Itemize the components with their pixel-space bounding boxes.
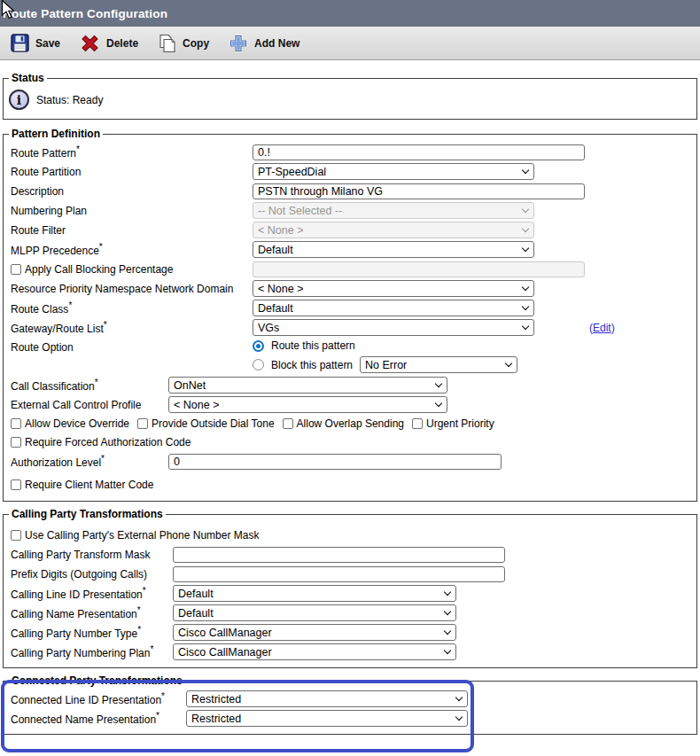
add-new-button[interactable]: Add New [229,34,299,53]
provide-outside-dial-tone-field: Provide Outside Dial Tone [137,417,275,430]
route-pattern-input[interactable] [253,144,585,160]
apply-call-blocking-checkbox[interactable] [11,264,21,275]
route-filter-select: < None > [253,222,534,238]
route-pattern-configuration-page: Route Pattern Configuration Save Delete [0,0,700,756]
add-new-button-label: Add New [254,37,299,50]
route-this-pattern-radio[interactable] [253,340,264,352]
calling-party-number-type-select[interactable]: Cisco CallManager [173,624,456,641]
description-input[interactable] [253,183,585,199]
calling-name-presentation-label: Calling Name Presentation* [11,605,173,620]
connected-name-presentation-select[interactable]: Restricted [186,710,468,727]
authorization-level-input[interactable] [168,454,502,470]
mlpp-precedence-label: MLPP Precedence* [11,242,253,257]
prefix-digits-input[interactable] [173,566,505,582]
status-text: Status: Ready [36,94,103,106]
use-external-mask-label: Use Calling Party's External Phone Numbe… [25,529,259,542]
urgent-priority-checkbox[interactable] [412,418,423,429]
block-this-pattern-option: Block this pattern No Error [253,356,517,373]
description-row: Description [7,182,693,200]
copy-icon [158,34,176,53]
route-option-row: Route Option Route this pattern Block th… [7,338,693,375]
chevron-down-icon [522,225,529,232]
chevron-down-icon [444,647,451,654]
apply-call-blocking-row: Apply Call Blocking Percentage [7,260,693,278]
apply-call-blocking-label: Apply Call Blocking Percentage [25,263,173,276]
provide-outside-dial-tone-checkbox[interactable] [137,418,148,429]
calling-line-id-presentation-select[interactable]: Default [173,585,456,602]
gateway-route-list-label: Gateway/Route List* [11,320,253,335]
gateway-route-list-select[interactable]: VGs [253,319,534,336]
chevron-down-icon [522,323,529,330]
copy-button[interactable]: Copy [158,34,209,53]
connected-line-id-presentation-select[interactable]: Restricted [186,690,468,707]
calling-line-id-presentation-label: Calling Line ID Presentation* [11,586,173,601]
use-external-mask-field: Use Calling Party's External Phone Numbe… [11,529,259,542]
transform-mask-input[interactable] [173,547,505,563]
required-marker: * [76,144,80,154]
chevron-down-icon [444,608,451,615]
block-reason-select[interactable]: No Error [360,356,517,373]
transform-mask-row: Calling Party Transform Mask [7,545,693,564]
resource-priority-label: Resource Priority Namespace Network Doma… [11,283,253,295]
allow-overlap-sending-field: Allow Overlap Sending [283,417,404,430]
status-section: Status i Status: Ready [3,72,697,120]
transform-mask-label: Calling Party Transform Mask [11,549,173,561]
external-call-control-label: External Call Control Profile [11,399,168,411]
call-classification-select[interactable]: OnNet [168,377,447,394]
connected-name-presentation-row: Connected Name Presentation* Restricted [7,709,693,728]
calling-party-numbering-plan-row: Calling Party Numbering Plan* Cisco Call… [7,643,693,661]
calling-party-number-type-label: Calling Party Number Type* [11,625,173,640]
prefix-digits-row: Prefix Digits (Outgoing Calls) [7,565,693,583]
calling-party-section: Calling Party Transformations Use Callin… [3,508,697,668]
resource-priority-select[interactable]: < None > [253,280,534,297]
route-filter-row: Route Filter < None > [7,221,693,239]
require-cmc-label: Require Client Matter Code [25,479,153,491]
allow-device-override-field: Allow Device Override [11,417,129,430]
block-this-pattern-radio[interactable] [253,359,264,370]
chevron-down-icon [522,206,529,213]
allow-device-override-label: Allow Device Override [25,417,129,430]
require-cmc-field: Require Client Matter Code [11,479,153,491]
allow-device-override-checkbox[interactable] [11,418,21,429]
route-class-select[interactable]: Default [253,300,534,316]
connected-line-id-presentation-label: Connected Line ID Presentation* [11,691,186,706]
delete-icon [80,34,100,53]
info-icon: i [9,90,29,110]
route-pattern-row: Route Pattern* [7,143,693,161]
chevron-down-icon [444,627,451,635]
chevron-down-icon [505,360,512,367]
save-button[interactable]: Save [11,34,60,52]
status-row: i Status: Ready [7,86,693,112]
external-call-control-select[interactable]: < None > [168,396,447,413]
require-fac-row: Require Forced Authorization Code [7,433,693,451]
numbering-plan-row: Numbering Plan -- Not Selected -- [7,201,693,220]
use-external-mask-row: Use Calling Party's External Phone Numbe… [7,526,693,544]
resource-priority-row: Resource Priority Namespace Network Doma… [7,279,693,298]
calling-party-numbering-plan-label: Calling Party Numbering Plan* [11,644,173,659]
require-fac-label: Require Forced Authorization Code [25,436,191,448]
chevron-down-icon [435,380,442,387]
pattern-definition-section: Pattern Definition Route Pattern* Route … [3,128,697,502]
connected-party-legend: Connected Party Transformations [9,674,185,687]
block-this-pattern-label: Block this pattern [271,359,353,371]
page-title: Route Pattern Configuration [3,7,167,20]
calling-party-numbering-plan-select[interactable]: Cisco CallManager [173,643,456,660]
calling-party-number-type-row: Calling Party Number Type* Cisco CallMan… [7,623,693,642]
use-external-mask-checkbox[interactable] [11,530,21,541]
route-this-pattern-label: Route this pattern [271,339,355,352]
provide-outside-dial-tone-label: Provide Outside Dial Tone [152,417,275,430]
route-option-label: Route Option [11,338,253,354]
require-cmc-checkbox[interactable] [11,479,21,490]
authorization-level-row: Authorization Level* [7,452,693,471]
allow-overlap-sending-checkbox[interactable] [283,418,293,429]
save-button-label: Save [35,37,60,50]
delete-button[interactable]: Delete [80,34,138,53]
apply-call-blocking-field: Apply Call Blocking Percentage [11,263,253,276]
chevron-down-icon [435,400,442,407]
route-partition-select[interactable]: PT-SpeedDial [253,163,534,180]
calling-name-presentation-select[interactable]: Default [173,604,456,621]
mlpp-precedence-select[interactable]: Default [253,241,534,258]
require-fac-checkbox[interactable] [11,437,21,448]
edit-link[interactable]: Edit [593,322,611,334]
chevron-down-icon [522,303,529,310]
